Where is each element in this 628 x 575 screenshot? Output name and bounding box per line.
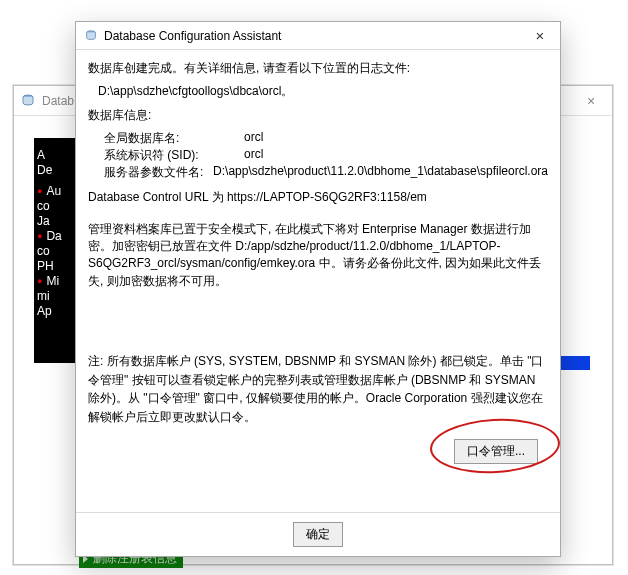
dialog-footer: 确定 — [76, 512, 560, 556]
value-spfile: D:\app\sdzhe\product\11.2.0\dbhome_1\dat… — [213, 164, 548, 181]
row-global-name: 全局数据库名: orcl — [104, 130, 548, 147]
emkey-text: 管理资料档案库已置于安全模式下, 在此模式下将对 Enterprise Mana… — [88, 221, 548, 291]
label-spfile: 服务器参数文件名: — [104, 164, 213, 181]
database-icon — [84, 29, 98, 43]
row-spfile: 服务器参数文件名: D:\app\sdzhe\product\11.2.0\db… — [104, 164, 548, 181]
parent-close-icon[interactable]: × — [576, 93, 606, 109]
dialog-title: Database Configuration Assistant — [104, 29, 528, 43]
dbinfo-header: 数据库信息: — [88, 107, 548, 124]
value-global-name: orcl — [244, 130, 548, 147]
ok-button[interactable]: 确定 — [293, 522, 343, 547]
dbca-dialog: Database Configuration Assistant × 数据库创建… — [75, 21, 561, 557]
label-sid: 系统标识符 (SID): — [104, 147, 244, 164]
em-url-text: Database Control URL 为 https://LAPTOP-S6… — [88, 189, 548, 206]
log-path: D:\app\sdzhe\cfgtoollogs\dbca\orcl。 — [98, 83, 548, 100]
completion-text: 数据库创建完成。有关详细信息, 请查看以下位置的日志文件: — [88, 60, 548, 77]
password-mgmt-wrap: 口令管理... — [88, 439, 538, 464]
database-icon — [20, 93, 36, 109]
value-sid: orcl — [244, 147, 548, 164]
row-sid: 系统标识符 (SID): orcl — [104, 147, 548, 164]
note-text: 注: 所有数据库帐户 (SYS, SYSTEM, DBSNMP 和 SYSMAN… — [88, 352, 548, 426]
dialog-titlebar: Database Configuration Assistant × — [76, 22, 560, 50]
label-global-name: 全局数据库名: — [104, 130, 244, 147]
close-icon[interactable]: × — [528, 27, 552, 44]
password-management-button[interactable]: 口令管理... — [454, 439, 538, 464]
dialog-content: 数据库创建完成。有关详细信息, 请查看以下位置的日志文件: D:\app\sdz… — [76, 50, 560, 512]
